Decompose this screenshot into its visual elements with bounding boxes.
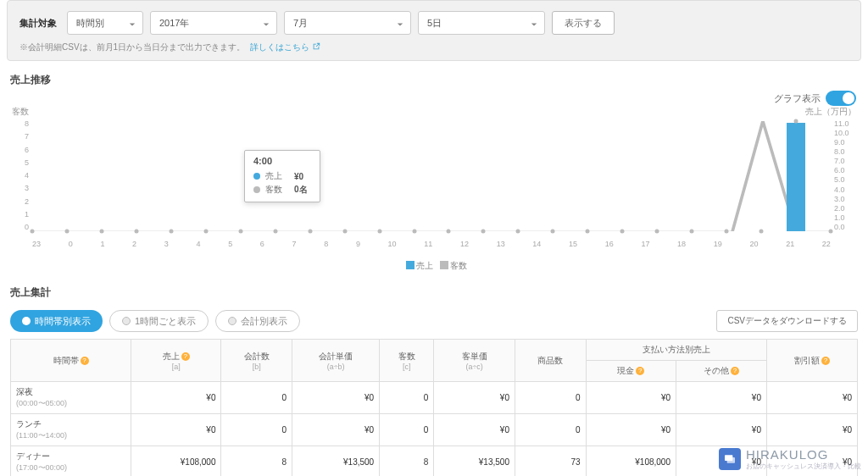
row-label: ランチ(11:00〜14:00) (11, 414, 131, 446)
cell-guests: 0 (380, 414, 434, 446)
guest-dot[interactable] (760, 230, 764, 234)
col-pay-group: 支払い方法別売上 (586, 340, 766, 361)
guest-dot[interactable] (620, 230, 625, 234)
cell-sales: ¥108,000 (131, 446, 221, 477)
filter-bar: 集計対象 時間別 2017年 7月 5日 表示する ※会計明細CSVは、前月1日… (7, 0, 861, 61)
y-right-tick: 0.0 (834, 223, 858, 231)
guest-dot[interactable] (377, 230, 381, 234)
guest-dot[interactable] (64, 230, 69, 234)
sales-chart: 876543210 11.010.09.08.07.06.05.04.03.02… (10, 119, 858, 255)
guest-dot[interactable] (308, 230, 312, 234)
guest-dot[interactable] (481, 230, 486, 234)
y-right-ticks: 11.010.09.08.07.06.05.04.03.02.01.00.0 (834, 119, 858, 231)
plot-area[interactable]: 4:00 売上 ¥0 客数 0名 (32, 121, 831, 231)
x-tick: 18 (677, 240, 686, 248)
x-tick: 15 (569, 240, 577, 248)
col-guests: 客数[c] (380, 340, 434, 382)
y-right-tick: 11.0 (834, 119, 858, 128)
y-right-tick: 10.0 (834, 129, 858, 137)
col-other: その他? (676, 361, 767, 382)
cell-bill_avg: ¥0 (292, 382, 380, 414)
y-right-label: 売上（万円） (805, 106, 856, 118)
cell-cash: ¥108,000 (586, 446, 676, 477)
cell-sales: ¥0 (131, 414, 221, 446)
guest-dot[interactable] (342, 230, 347, 234)
row-label: ディナー(17:00〜00:00) (11, 446, 131, 477)
tooltip-sales-value: ¥0 (294, 172, 303, 181)
guest-dot[interactable] (31, 230, 35, 234)
help-icon[interactable]: ? (81, 357, 89, 365)
select-value: 2017年 (159, 17, 189, 30)
month-select[interactable]: 7月 (284, 11, 411, 35)
guest-dot[interactable] (238, 230, 242, 234)
filter-note: ※会計明細CSVは、前月1日から当日分まで出力できます。 詳しくはこちら (19, 42, 849, 53)
tab-hourly[interactable]: 1時間ごと表示 (109, 310, 209, 332)
legend-sales: 売上 (416, 261, 433, 270)
guest-dot[interactable] (725, 230, 729, 234)
y-left-tick: 4 (10, 171, 29, 180)
col-timeband: 時間帯? (11, 340, 131, 382)
csv-download-button[interactable]: CSVデータをダウンロードする (716, 310, 858, 332)
day-select[interactable]: 5日 (418, 11, 545, 35)
chevron-down-icon (129, 19, 136, 26)
help-icon[interactable]: ? (821, 357, 830, 365)
guest-dot[interactable] (829, 230, 833, 234)
guest-dot[interactable] (134, 230, 138, 234)
tab-perbill[interactable]: 会計別表示 (215, 310, 300, 332)
guest-line (32, 121, 831, 231)
graph-toggle[interactable] (826, 91, 856, 106)
y-left-label: 客数 (12, 106, 29, 118)
guest-dot[interactable] (273, 230, 277, 234)
guest-dot[interactable] (412, 230, 416, 234)
tooltip-guests-value: 0名 (294, 184, 308, 196)
row-label: 深夜(00:00〜05:00) (11, 382, 131, 414)
radio-icon (228, 317, 236, 325)
guest-dot[interactable] (99, 230, 103, 234)
x-tick: 1 (100, 240, 104, 248)
x-tick: 9 (356, 240, 360, 248)
tooltip-sales-label: 売上 (265, 170, 289, 182)
guest-dot[interactable] (203, 230, 208, 234)
x-tick: 17 (641, 240, 649, 248)
y-right-tick: 8.0 (834, 147, 858, 156)
guest-dot[interactable] (516, 230, 520, 234)
chart-tooltip: 4:00 売上 ¥0 客数 0名 (244, 150, 320, 202)
summary-tabs: 時間帯別表示 1時間ごと表示 会計別表示 CSVデータをダウンロードする (0, 303, 868, 339)
select-value: 5日 (427, 17, 442, 30)
cell-cash: ¥0 (586, 382, 676, 414)
y-right-tick: 6.0 (834, 166, 858, 174)
x-tick: 7 (292, 240, 297, 248)
guest-dot[interactable] (551, 230, 555, 234)
col-bills: 会計数[b] (221, 340, 292, 382)
help-icon[interactable]: ? (181, 352, 190, 361)
sales-bar[interactable] (787, 123, 805, 231)
cell-discount: ¥0 (766, 414, 857, 446)
toggle-label: グラフ表示 (774, 92, 821, 105)
cell-bills: 0 (221, 382, 292, 414)
guest-dot[interactable] (586, 230, 590, 234)
note-link[interactable]: 詳しくはこちら (250, 42, 320, 52)
col-cash: 現金? (586, 361, 676, 382)
guest-dot[interactable] (655, 230, 659, 234)
dot-gray-icon (253, 186, 260, 193)
x-tick: 19 (714, 240, 722, 248)
y-right-tick: 5.0 (834, 175, 858, 184)
x-tick: 21 (786, 240, 794, 248)
cell-discount: ¥0 (766, 382, 857, 414)
guest-dot[interactable] (794, 119, 798, 124)
guest-dot[interactable] (169, 230, 173, 234)
cell-guests: 8 (380, 446, 434, 477)
show-button[interactable]: 表示する (552, 11, 615, 35)
tab-timeband[interactable]: 時間帯別表示 (10, 310, 103, 332)
y-left-tick: 6 (10, 146, 29, 154)
aggregation-target-select[interactable]: 時間別 (67, 11, 143, 35)
guest-dot[interactable] (690, 230, 694, 234)
guest-dot[interactable] (447, 230, 451, 234)
cell-bills: 0 (221, 414, 292, 446)
year-select[interactable]: 2017年 (150, 11, 277, 35)
help-icon[interactable]: ? (731, 367, 739, 375)
x-tick: 10 (388, 240, 397, 248)
help-icon[interactable]: ? (636, 367, 644, 375)
y-right-tick: 1.0 (834, 213, 858, 222)
col-items: 商品数 (515, 340, 586, 382)
